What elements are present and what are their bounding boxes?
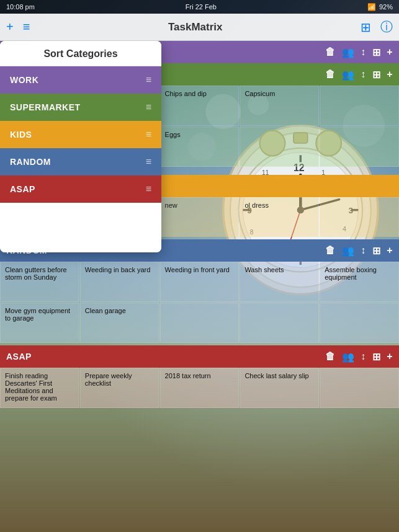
sm-grid-icon[interactable]: ⊞	[372, 69, 381, 81]
asap-grid: Finish reading Descartes' First Meditati…	[0, 368, 399, 408]
table-row[interactable]: Clean garage	[80, 303, 159, 343]
table-row[interactable]	[320, 303, 399, 343]
sm-add-icon[interactable]: +	[387, 69, 393, 80]
sort-item-random[interactable]: RANDOM ≡	[0, 148, 161, 175]
info-icon[interactable]: ⓘ	[380, 19, 393, 35]
asap-people-icon[interactable]: 👥	[342, 351, 355, 363]
table-row[interactable]: Prepare weekly checklist	[80, 368, 159, 408]
table-row[interactable]: Weeding in back yard	[80, 262, 159, 302]
table-row[interactable]: Check last salary slip	[240, 368, 319, 408]
sort-spacer	[0, 203, 161, 252]
asap-section: ASAP 🗑 👥 ↕ ⊞ + Finish reading Descartes'…	[0, 345, 399, 408]
sort-kids-handle-icon: ≡	[146, 129, 151, 140]
table-row[interactable]: Clean gutters before storm on Sunday	[0, 262, 79, 302]
sort-item-work[interactable]: WORK ≡	[0, 66, 161, 94]
page-title: TaskMatrix	[168, 21, 223, 33]
table-row[interactable]	[240, 126, 319, 167]
table-row[interactable]	[160, 303, 240, 343]
asap-label: ASAP	[6, 352, 32, 361]
table-row[interactable]: Wash sheets	[240, 262, 319, 302]
table-row[interactable]: Chips and dip	[160, 86, 240, 126]
table-row[interactable]: new	[160, 197, 240, 237]
table-row[interactable]: 2018 tax return	[160, 368, 240, 408]
sort-supermarket-label: SUPERMARKET	[10, 102, 81, 112]
sort-item-asap[interactable]: ASAP ≡	[0, 175, 161, 203]
sm-trash-icon[interactable]: 🗑	[325, 69, 336, 80]
sort-item-supermarket[interactable]: SUPERMARKET ≡	[0, 94, 161, 121]
wifi-icon: 📶	[367, 3, 376, 11]
random-add-icon[interactable]: +	[387, 245, 393, 256]
work-trash-icon[interactable]: 🗑	[325, 47, 336, 58]
table-row[interactable]: Move gym equipment to garage	[0, 303, 79, 343]
sort-kids-label: KIDS	[10, 130, 32, 140]
nav-bar: + ≡ TaskMatrix ⊞ ⓘ	[0, 14, 399, 41]
random-grid: Clean gutters before storm on Sunday Wee…	[0, 262, 399, 343]
random-section: RANDOM 🗑 👥 ↕ ⊞ + Clean gutters before st…	[0, 239, 399, 343]
sort-dropdown: Sort Categories WORK ≡ SUPERMARKET ≡ KID…	[0, 41, 161, 252]
table-row[interactable]	[320, 126, 399, 167]
table-row[interactable]: ol dress	[240, 197, 319, 237]
random-grid-icon[interactable]: ⊞	[372, 245, 381, 257]
table-row[interactable]: Finish reading Descartes' First Meditati…	[0, 368, 79, 408]
table-row[interactable]: Capsicum	[240, 86, 319, 126]
sm-sort-icon[interactable]: ↕	[361, 69, 366, 80]
sort-header-title: Sort Categories	[0, 41, 161, 66]
status-bar: 10:08 pm Fri 22 Feb 📶 92%	[0, 0, 399, 14]
status-time: 10:08 pm	[6, 3, 35, 11]
random-sort-icon[interactable]: ↕	[361, 245, 366, 256]
asap-grid-icon[interactable]: ⊞	[372, 351, 381, 363]
random-trash-icon[interactable]: 🗑	[325, 245, 336, 256]
sort-button[interactable]: ≡	[23, 20, 30, 34]
filter-icon[interactable]: ⊞	[361, 20, 371, 35]
sort-item-kids[interactable]: KIDS ≡	[0, 121, 161, 148]
asap-header: ASAP 🗑 👥 ↕ ⊞ +	[0, 345, 399, 368]
battery-indicator: 92%	[379, 3, 393, 11]
add-button[interactable]: +	[6, 20, 14, 34]
status-date: Fri 22 Feb	[186, 3, 217, 11]
sort-work-handle-icon: ≡	[146, 74, 151, 86]
work-add-icon[interactable]: +	[387, 47, 393, 58]
sort-supermarket-handle-icon: ≡	[146, 102, 151, 113]
main-content: 12 3 6 9 1 2 4 5 7 8 10 11	[0, 41, 399, 532]
sort-asap-label: ASAP	[10, 184, 35, 194]
table-row[interactable]: Assemble boxing equipment	[320, 262, 399, 302]
sm-people-icon[interactable]: 👥	[342, 69, 355, 81]
table-row[interactable]	[320, 197, 399, 237]
table-row[interactable]	[320, 86, 399, 126]
table-row[interactable]	[320, 368, 399, 408]
work-grid-icon[interactable]: ⊞	[372, 47, 381, 58]
table-row[interactable]: Eggs	[160, 126, 240, 167]
table-row[interactable]	[240, 303, 319, 343]
asap-trash-icon[interactable]: 🗑	[325, 351, 336, 362]
random-people-icon[interactable]: 👥	[342, 245, 355, 257]
asap-add-icon[interactable]: +	[387, 351, 393, 362]
sort-work-label: WORK	[10, 75, 38, 85]
asap-sort-icon[interactable]: ↕	[361, 351, 366, 362]
sort-asap-handle-icon: ≡	[146, 184, 151, 195]
work-people-icon[interactable]: 👥	[342, 47, 355, 58]
work-sort-icon[interactable]: ↕	[361, 47, 366, 58]
sort-random-label: RANDOM	[10, 157, 51, 167]
table-row[interactable]: Weeding in front yard	[160, 262, 240, 302]
sort-random-handle-icon: ≡	[146, 156, 151, 167]
